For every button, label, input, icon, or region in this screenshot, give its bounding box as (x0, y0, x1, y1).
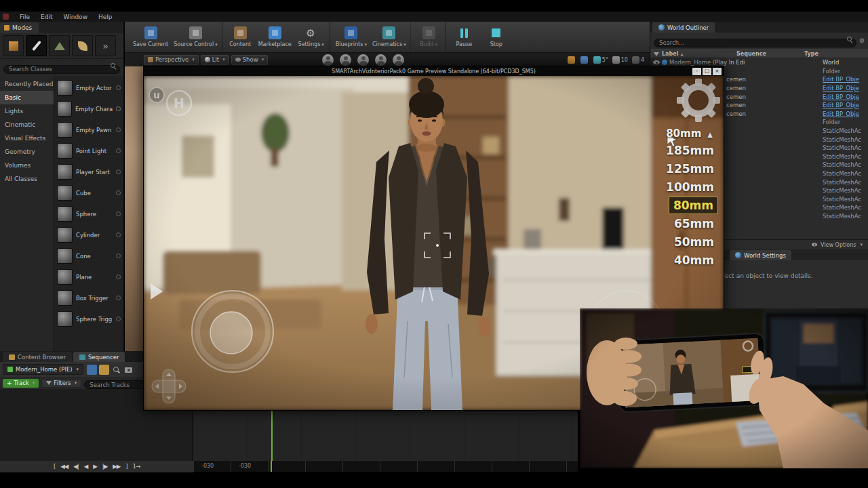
snap-control[interactable] (568, 56, 576, 64)
row-type[interactable]: Folder (823, 68, 868, 75)
modes-category[interactable]: Cinematic (0, 118, 54, 131)
toolbar-button[interactable]: Build (410, 22, 444, 52)
placeable-item[interactable]: Sphere (54, 203, 123, 224)
transport-button[interactable]: [ (54, 464, 55, 470)
row-type[interactable]: StaticMeshAc (823, 179, 868, 186)
row-type[interactable]: World (823, 59, 868, 66)
modes-category[interactable]: Lights (0, 104, 54, 118)
transport-button[interactable]: ▶ (93, 464, 97, 470)
column-header-type[interactable]: Type (804, 51, 868, 57)
row-type[interactable]: StaticMeshAc (823, 196, 868, 203)
toolbar-button[interactable]: Pause (446, 22, 479, 52)
snap-control[interactable]: 10 (612, 56, 628, 64)
timeline-ruler[interactable]: -030-030 (193, 461, 578, 472)
sequencer-toolbar-icon[interactable] (99, 365, 109, 375)
placeable-item[interactable]: Empty Pawn (54, 119, 123, 140)
focal-length-option[interactable]: 80mm (669, 197, 718, 214)
snap-control[interactable] (580, 56, 589, 64)
tab-world-settings[interactable]: World Settings (730, 250, 791, 260)
mode-tool-button[interactable] (26, 35, 47, 56)
focal-length-option[interactable]: 185mm (662, 142, 718, 159)
viewport-option-button[interactable]: Perspective (144, 55, 199, 65)
column-header-label[interactable]: Label (662, 51, 736, 57)
placeable-item[interactable]: Cone (54, 245, 123, 266)
toolbar-button[interactable]: Blueprints (330, 22, 370, 52)
row-type[interactable]: Edit BP_Obje (823, 94, 868, 100)
filters-button[interactable]: Filters (41, 379, 81, 388)
placeable-item[interactable]: Point Light (54, 140, 123, 161)
modes-category[interactable]: Basic (0, 91, 54, 104)
placeable-item[interactable]: Player Start (54, 161, 123, 182)
viewport-option-button[interactable]: Lit (201, 55, 229, 65)
row-type[interactable]: StaticMeshAc (823, 213, 868, 220)
toolbar-button[interactable]: Cinematics (370, 22, 409, 52)
mode-tool-button[interactable] (72, 35, 93, 56)
outliner-search-input[interactable] (654, 39, 856, 47)
filter-icon[interactable] (654, 52, 659, 56)
snap-control[interactable]: 4 (632, 56, 644, 64)
toolbar-button[interactable]: Marketplace (256, 22, 294, 52)
tab-world-outliner[interactable]: World Outliner (652, 22, 715, 33)
menu-item[interactable]: Edit (35, 14, 58, 20)
toolbar-button[interactable]: Stop (479, 22, 513, 52)
transport-button[interactable]: ] (125, 464, 127, 470)
mode-tool-button[interactable] (3, 35, 24, 56)
focal-length-option[interactable]: 65mm (670, 215, 718, 232)
modes-category[interactable]: Recently Placed (0, 77, 54, 91)
placeable-item[interactable]: Empty Chara (54, 98, 123, 119)
row-type[interactable]: StaticMeshAc (823, 187, 868, 194)
placeable-item[interactable]: Cube (54, 182, 123, 203)
row-type[interactable]: StaticMeshAc (823, 161, 868, 168)
transport-button[interactable]: |▶ (102, 464, 107, 470)
outliner-settings-icon[interactable] (859, 38, 865, 44)
placeable-item[interactable]: Sphere Trigg (54, 308, 123, 329)
menu-item[interactable]: File (14, 14, 35, 20)
row-type[interactable]: StaticMeshAc (823, 136, 868, 143)
mode-tool-button[interactable] (49, 35, 70, 56)
column-header-sequence[interactable]: Sequence (736, 51, 804, 57)
modes-category[interactable]: Volumes (0, 159, 54, 172)
modes-category[interactable]: Geometry (0, 145, 54, 159)
row-type[interactable]: Edit BP_Obje (823, 85, 868, 92)
row-type[interactable]: StaticMeshAc (823, 204, 868, 211)
snap-control[interactable]: 5° (593, 56, 608, 64)
row-type[interactable]: StaticMeshAc (823, 170, 868, 177)
mode-tool-button[interactable] (95, 35, 116, 56)
placeable-item[interactable]: Box Trigger (54, 287, 123, 308)
modes-category[interactable]: Visual Effects (0, 131, 54, 145)
row-type[interactable]: StaticMeshAc (823, 153, 868, 160)
preview-titlebar[interactable]: SMARTArchVizInteriorPack0 Game Preview S… (144, 66, 724, 76)
row-type[interactable]: Edit BP_Obje (823, 76, 868, 83)
bottom-tab[interactable]: Sequencer (73, 352, 125, 362)
toolbar-button[interactable]: Content (222, 22, 256, 52)
focal-length-option[interactable]: 125mm (662, 160, 718, 178)
placeable-item[interactable]: Empty Actor (54, 77, 123, 98)
maximize-button[interactable] (703, 68, 711, 75)
toolbar-button[interactable]: Save Current (130, 22, 171, 52)
focal-length-option[interactable]: 100mm (662, 178, 718, 196)
toolbar-button[interactable]: Settings (294, 22, 328, 52)
row-type[interactable]: Folder (823, 119, 868, 125)
menu-item[interactable]: Window (58, 14, 94, 20)
bottom-tab[interactable]: Content Browser (3, 352, 72, 362)
modes-category[interactable]: All Classes (0, 172, 54, 186)
placeable-item[interactable]: Cylinder (54, 224, 123, 245)
transport-button[interactable]: 1→ (133, 464, 140, 470)
close-button[interactable] (713, 68, 722, 75)
minimize-button[interactable] (692, 68, 701, 75)
sequencer-toolbar-icon[interactable] (111, 365, 121, 375)
focal-length-option[interactable]: 40mm (670, 251, 718, 269)
sequencer-toolbar-icon[interactable] (87, 365, 97, 375)
sequencer-toolbar-icon[interactable] (123, 365, 134, 375)
transport-button[interactable]: ◀| (73, 464, 78, 470)
menu-item[interactable]: Help (93, 14, 118, 20)
row-type[interactable]: StaticMeshAc (823, 127, 868, 134)
transport-button[interactable]: ◀ (84, 464, 88, 470)
visibility-eye-icon[interactable] (653, 60, 660, 64)
add-track-button[interactable]: Track (3, 379, 39, 388)
row-type[interactable]: StaticMeshAc (823, 144, 868, 151)
row-type[interactable]: Edit BP_Obje (823, 102, 868, 108)
focal-length-option[interactable]: 50mm (670, 233, 718, 251)
transport-button[interactable]: ▶▶ (113, 464, 120, 470)
row-type[interactable]: Edit BP_Obje (823, 110, 868, 117)
